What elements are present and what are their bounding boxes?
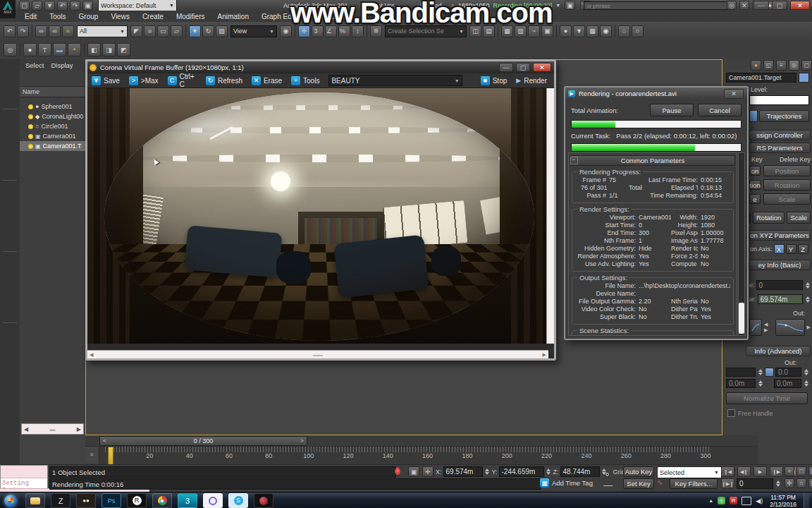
dialog-v-scrollbar[interactable] [738,152,745,336]
vfb-copy-button[interactable]: CCtrl+ C [168,73,197,88]
time-slider-marker[interactable] [108,447,113,465]
menu-group[interactable]: Group [73,13,105,20]
time-slider-handle[interactable]: < 0 / 300 > [99,436,307,446]
cloth-shirt-icon[interactable]: T [38,43,51,56]
parameters-button-partial[interactable] [749,110,758,122]
key-info-basic-rollout[interactable]: ey Info (Basic) [749,260,811,270]
common-parameters-rollout[interactable]: − Common Parameters [570,155,735,166]
maximize-button[interactable]: ▢ [772,1,787,10]
menu-create[interactable]: Create [136,13,170,20]
adv-out-field-1[interactable]: 0.0 [775,368,801,377]
vfb-maximize-button[interactable]: ▢ [516,63,530,72]
capsule-icon[interactable]: ▬ [53,43,66,56]
explorer-h-scrollbar[interactable]: ◀▬▶ [21,423,84,435]
vfb-refresh-button[interactable]: ↻Refresh [206,76,242,85]
show-desktop-button[interactable] [804,493,809,508]
bind-to-spacewarp-icon[interactable]: ≈ [62,25,74,37]
previous-frame-icon[interactable]: ◧ [87,43,101,56]
time-field[interactable]: 0 [756,280,803,290]
taskbar-app-icon[interactable] [254,493,273,508]
tray-avira-icon[interactable]: R [730,497,737,504]
save-file-icon[interactable]: ▼ [44,1,55,11]
time-spinner[interactable] [804,282,811,289]
tray-clock[interactable]: 11:57 PM 2/12/2016 [767,494,799,508]
value-spinner[interactable] [804,296,811,303]
menu-modifiers[interactable]: Modifiers [170,13,211,20]
infocenter-search-input[interactable]: or phrase [584,1,727,10]
position-button-partial[interactable] [749,212,751,224]
redo-icon[interactable]: ↷ [70,1,80,11]
undo-scene-icon[interactable]: ↶ [4,25,16,37]
next-frame-icon[interactable]: ◩ [117,43,130,56]
delete-key-position-button[interactable]: Position [763,165,811,176]
vfb-titlebar[interactable]: Corona Virtual Frame Buffer (1920×1080px… [87,61,554,73]
value-field[interactable]: 69.574m [758,294,803,304]
vfb-minimize-button[interactable]: — [499,63,513,72]
zoom-extents-icon[interactable]: ▣ [808,466,812,476]
select-and-rotate-icon[interactable]: ↻ [202,25,214,37]
vfb-render-button[interactable]: ▶Render [516,77,547,85]
current-frame-field[interactable]: 0 [737,478,773,489]
taskbar-photoshop-icon[interactable]: Ps [102,493,121,508]
transform-typein-icon[interactable]: ✛ [422,466,433,477]
z-coordinate-field[interactable]: 48.744m [560,466,600,477]
tray-network-icon[interactable] [742,497,751,505]
zoom-all-icon[interactable]: □ [796,466,806,476]
axis-x-button[interactable]: X [774,244,785,254]
key-info-advanced-rollout[interactable]: Info (Advanced) [746,346,811,356]
vfb-v-scrollbar[interactable] [546,88,554,344]
selection-level-field[interactable] [749,95,809,105]
selection-lock-icon[interactable]: ▣ [408,466,419,477]
list-item[interactable]: ● Sphere001 [20,102,85,111]
y-coordinate-field[interactable]: -244.659m [499,466,544,477]
bulb-icon[interactable] [28,124,33,129]
open-mini-curve-editor-icon[interactable]: ≡ [85,447,99,464]
taskbar-cc-icon[interactable]: ●● [76,493,96,508]
infocenter-search-icon[interactable]: ◎ [727,1,737,10]
previous-frame-icon[interactable]: ◀❙ [737,466,751,477]
position-xyz-rollout[interactable]: on XYZ Parameters [749,230,811,241]
list-item[interactable]: ○ Circle001 [20,121,85,131]
key-filters-button[interactable]: Key Filters... [670,478,718,489]
select-by-name-icon[interactable]: ≡ [144,25,156,37]
list-item[interactable]: ◆ CoronaLight00 [20,111,85,121]
default-in-out-tangent-icon[interactable]: ∿ [657,478,667,488]
vfb-erase-button[interactable]: ✕Erase [252,76,282,85]
render-globe-icon[interactable]: ◎ [4,43,17,56]
camera-icon[interactable]: ▣ [565,1,575,10]
vfb-save-button[interactable]: ▼Save [92,76,120,85]
bulb-icon[interactable] [28,134,33,139]
vfb-stop-button[interactable]: ■Stop [481,76,508,85]
material-editor-icon[interactable]: ● [560,25,572,37]
select-and-link-icon[interactable]: ∞ [35,25,47,37]
rendered-frame-window-icon[interactable]: ▦ [586,25,598,37]
vfb-h-scrollbar[interactable]: ◀▬▬▶ [87,350,548,358]
menu-views[interactable]: Views [104,13,136,20]
tray-volume-icon[interactable]: ◀) [756,497,763,504]
render-production-icon[interactable]: ◉ [600,25,612,37]
object-color-swatch[interactable] [799,73,809,83]
x-coordinate-field[interactable]: 69.574m [443,466,483,477]
bulb-icon[interactable] [28,144,33,149]
redo-scene-icon[interactable]: ↷ [17,25,29,37]
select-object-icon[interactable]: ◤ [130,25,142,37]
tab-motion-icon[interactable]: ◎ [789,60,799,71]
out-tangent-button[interactable] [775,319,805,336]
project-folder-icon[interactable]: ▣ [82,1,93,11]
axis-y-button[interactable]: Y [786,244,796,254]
explorer-menu-display[interactable]: Display [51,61,73,69]
create-key-rotation-partial[interactable]: tion [749,180,761,190]
taskbar-r-app-icon[interactable]: R [127,493,147,508]
vfb-rendered-image[interactable]: ▲ [87,88,550,344]
tab-display-icon[interactable]: ▢ [801,60,812,71]
zoom-icon[interactable]: + [785,466,794,476]
isolate-selection-icon[interactable] [395,467,400,475]
trajectories-button[interactable]: Trajectories [759,110,809,122]
taskbar-skype-icon[interactable]: S [228,493,248,508]
render-setup-icon[interactable]: ▼ [573,25,585,37]
in-tangent-button-partial[interactable] [749,319,762,336]
taskbar-zbrush-icon[interactable]: Z [51,493,70,508]
play-clip-icon[interactable]: ◨ [102,43,116,56]
explorer-menu-select[interactable]: Select [25,61,44,69]
vfb-tools-button[interactable]: +Tools [291,76,319,85]
